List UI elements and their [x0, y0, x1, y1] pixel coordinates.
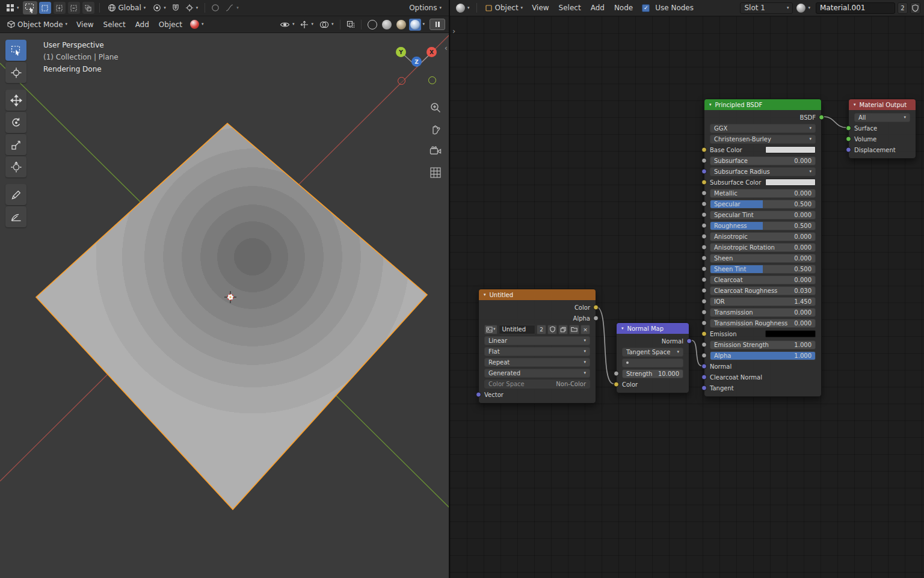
editor-type-dropdown[interactable]: ▾ [4, 2, 22, 14]
socket-input-subsurface-radius[interactable] [701, 169, 707, 174]
node-header[interactable]: ▾ Normal Map [617, 323, 689, 334]
collapse-triangle-icon[interactable]: ▾ [621, 326, 624, 331]
active-tool-button[interactable] [23, 1, 37, 14]
color-swatch-subsurface-color[interactable] [765, 179, 816, 186]
color-swatch-emission[interactable] [765, 330, 816, 337]
slider-transmission-roughness[interactable]: Transmission Roughness0.000 [710, 319, 816, 328]
socket-input-specular[interactable] [701, 201, 707, 207]
menu-add[interactable]: Add [131, 19, 153, 31]
shading-wireframe-button[interactable] [366, 19, 379, 31]
menu-view[interactable]: View [72, 19, 97, 31]
mode-dropdown[interactable]: Object Mode ▾ [4, 19, 71, 31]
sidebar-toggle-arrow[interactable]: ‹ [445, 44, 448, 52]
menu-view[interactable]: View [528, 2, 553, 14]
image-copy-button[interactable] [558, 325, 568, 334]
proportional-falloff-dropdown[interactable]: ▾ [223, 2, 241, 14]
mode-transfer-dropdown[interactable]: ▾ [188, 18, 206, 31]
shading-solid-button[interactable] [380, 19, 393, 31]
shading-options-chevron-icon[interactable]: ▾ [422, 22, 425, 26]
material-users-button[interactable]: 2 [898, 2, 908, 14]
socket-input-strength[interactable] [614, 371, 619, 377]
colorspace-dropdown[interactable]: Color Space Non-Color [484, 380, 590, 389]
browse-material-dropdown[interactable]: ▾ [794, 2, 813, 14]
tool-rotate[interactable] [5, 112, 26, 133]
tool-measure[interactable] [5, 206, 26, 227]
snap-toggle-button[interactable] [170, 2, 182, 13]
socket-input-clearcoat-normal[interactable] [701, 375, 707, 380]
node-image-texture[interactable]: ▾ Untitled Color Alpha ▾ [478, 289, 596, 404]
use-nodes-checkbox[interactable]: ✓ Use Nodes [638, 2, 697, 14]
socket-input-specular-tint[interactable] [701, 212, 707, 218]
socket-input-subsurface-color[interactable] [701, 180, 707, 185]
gizmo-axis-z[interactable]: Z [411, 57, 422, 67]
shading-rendered-button[interactable] [409, 19, 421, 31]
viewport-3d[interactable]: User Perspective (1) Collection | Plane … [0, 33, 449, 578]
socket-input-sheen-tint[interactable] [701, 266, 707, 272]
source-dropdown[interactable]: Generated ▾ [484, 369, 590, 378]
editor-type-dropdown[interactable]: ▾ [454, 2, 472, 14]
slider-clearcoat-roughness[interactable]: Clearcoat Roughness0.030 [710, 286, 816, 295]
node-editor-canvas[interactable]: › ▾ Untitled Color Alpha [450, 16, 924, 578]
overlays-dropdown[interactable]: ▾ [317, 19, 336, 30]
shader-type-dropdown[interactable]: Object ▾ [481, 2, 527, 14]
socket-input-surface[interactable] [846, 126, 851, 131]
node-header[interactable]: ▾ Untitled [479, 289, 596, 300]
dropdown-subsurface-radius[interactable]: Subsurface Radius▾ [710, 167, 816, 176]
tool-move[interactable] [5, 90, 26, 111]
target-dropdown[interactable]: All ▾ [854, 113, 910, 122]
socket-input-anisotropic[interactable] [701, 234, 707, 239]
image-users-button[interactable]: 2 [537, 325, 546, 334]
socket-input-emission-strength[interactable] [701, 342, 707, 348]
socket-output-color[interactable] [593, 305, 599, 310]
visibility-dropdown[interactable]: ▾ [277, 19, 297, 30]
socket-output-bsdf[interactable] [819, 115, 824, 120]
axis-gizmo[interactable]: Y X Z [392, 42, 442, 92]
slider-specular-tint[interactable]: Specular Tint0.000 [710, 211, 816, 220]
socket-input-alpha[interactable] [701, 353, 707, 358]
options-dropdown[interactable]: Options ▾ [405, 2, 445, 14]
slider-anisotropic-rotation[interactable]: Anisotropic Rotation0.000 [710, 243, 816, 252]
node-principled-bsdf[interactable]: ▾ Principled BSDF BSDF GGX ▾ [704, 99, 822, 397]
distribution-dropdown[interactable]: GGX ▾ [710, 124, 816, 133]
image-name-field[interactable]: Untitled [499, 325, 535, 334]
slider-metallic[interactable]: Metallic0.000 [710, 189, 816, 198]
slider-emission-strength[interactable]: Emission Strength1.000 [710, 340, 816, 349]
menu-object[interactable]: Object [155, 19, 186, 31]
menu-select[interactable]: Select [99, 19, 130, 31]
tool-cursor[interactable] [5, 62, 26, 83]
gizmo-axis-x[interactable]: X [427, 47, 437, 57]
slider-clearcoat[interactable]: Clearcoat0.000 [710, 275, 816, 284]
collapse-triangle-icon[interactable]: ▾ [854, 102, 856, 107]
node-link-bsdf-to-output[interactable] [824, 117, 846, 128]
projection-dropdown[interactable]: Flat ▾ [484, 347, 590, 356]
socket-input-base-color[interactable] [701, 147, 707, 153]
menu-select[interactable]: Select [555, 2, 585, 14]
tool-transform[interactable] [5, 156, 26, 177]
camera-view-button[interactable] [428, 144, 443, 158]
socket-input-color[interactable] [614, 382, 619, 387]
node-header[interactable]: ▾ Principled BSDF [704, 99, 821, 110]
node-link-image-to-normalmap[interactable] [596, 307, 614, 384]
slider-anisotropic[interactable]: Anisotropic0.000 [710, 232, 816, 241]
interpolation-dropdown[interactable]: Linear ▾ [484, 336, 590, 345]
socket-input-metallic[interactable] [701, 191, 707, 196]
socket-input-clearcoat-roughness[interactable] [701, 288, 707, 294]
proportional-editing-toggle[interactable] [209, 2, 221, 13]
render-pause-button[interactable] [430, 19, 445, 30]
material-slot-dropdown[interactable]: Slot 1 ▾ [740, 2, 793, 14]
space-dropdown[interactable]: Tangent Space ▾ [622, 348, 683, 357]
gizmo-axis-y-neg[interactable] [428, 76, 436, 84]
plane-object[interactable] [36, 123, 427, 509]
node-link-normalmap-to-bsdf[interactable] [692, 340, 701, 366]
socket-input-displacement[interactable] [846, 147, 851, 153]
snap-target-dropdown[interactable]: ▾ [183, 2, 201, 14]
fake-user-button[interactable] [910, 2, 920, 14]
strength-slider[interactable]: Strength 10.000 [622, 369, 683, 378]
xray-toggle[interactable] [345, 19, 357, 29]
slider-sheen-tint[interactable]: Sheen Tint0.500 [710, 265, 816, 274]
shading-material-button[interactable] [395, 19, 408, 31]
collapse-triangle-icon[interactable]: ▾ [709, 102, 712, 107]
image-open-button[interactable] [569, 325, 579, 334]
socket-input-vector[interactable] [476, 392, 481, 398]
select-mode-intersect-button[interactable] [82, 2, 94, 14]
